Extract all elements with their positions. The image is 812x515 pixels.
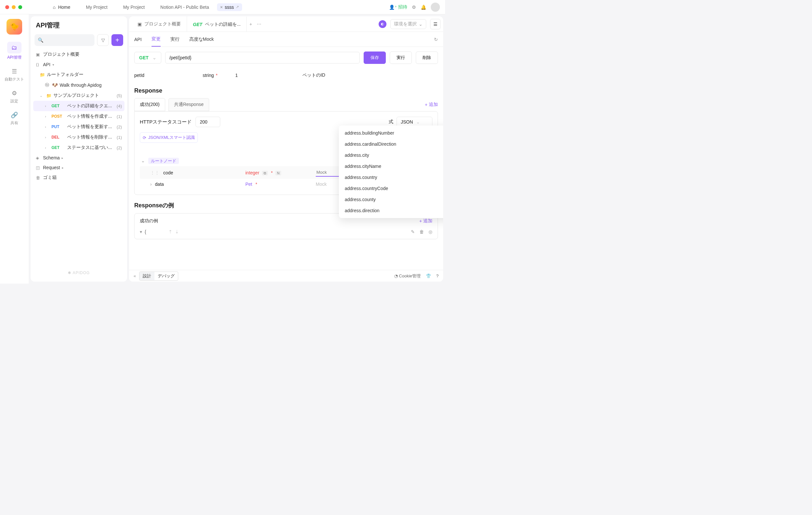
autocomplete-item[interactable]: address.countryCountry: [339, 172, 443, 183]
example-title: 成功の例: [140, 218, 158, 224]
collapse-down-icon[interactable]: ⇣: [175, 229, 179, 234]
tree-endpoint-put-pet[interactable]: › PUT ペット情報を更新す... (2): [33, 121, 124, 132]
markdown-icon: Ⓜ: [45, 82, 50, 88]
tree-root-folder[interactable]: 📁 ルートフォルダー: [33, 69, 124, 80]
tree-sample-project[interactable]: ⌄ 📁 サンプルプロジェクト (5): [33, 90, 124, 101]
close-window-button[interactable]: [5, 5, 9, 9]
filter-button[interactable]: ▽: [97, 34, 109, 46]
field-name[interactable]: code: [163, 170, 173, 175]
home-tab[interactable]: ⌂ Home: [45, 3, 78, 12]
sub-tab-change[interactable]: 変更: [151, 32, 161, 47]
chevron-down-icon[interactable]: ⌄: [141, 158, 145, 163]
collapse-panel-icon[interactable]: «: [134, 274, 136, 278]
chevron-right-icon[interactable]: ›: [45, 136, 50, 139]
env-select[interactable]: 環境を選択 ⌄: [390, 19, 426, 29]
add-label: 追加: [429, 102, 438, 108]
minimize-window-button[interactable]: [12, 5, 16, 9]
resp-tab-success[interactable]: 成功(200): [134, 98, 165, 111]
gear-icon[interactable]: ⚙: [412, 5, 416, 10]
sub-tab-mock[interactable]: 高度なMock: [189, 33, 214, 46]
chevron-right-icon[interactable]: ›: [45, 104, 50, 108]
param-name[interactable]: petId: [134, 73, 203, 78]
project-tab-2[interactable]: My Project: [115, 3, 152, 12]
project-tab-1[interactable]: My Project: [78, 3, 115, 12]
avatar[interactable]: [431, 3, 440, 12]
field-type[interactable]: Pet: [245, 181, 252, 187]
autocomplete-item[interactable]: address.cardinalDirectionCardinal Direct…: [339, 139, 443, 150]
chevron-right-icon[interactable]: ›: [45, 125, 50, 129]
search-input[interactable]: 🔍: [34, 34, 94, 46]
autocomplete-item[interactable]: address.cityCity: [339, 150, 443, 161]
smart-detect-button[interactable]: ⟳ JSON/XMLスマート認識: [140, 132, 198, 143]
more-button[interactable]: ⋯: [257, 22, 261, 27]
autocomplete-item[interactable]: address.countryCodeCountry Code: [339, 183, 443, 194]
shirt-icon[interactable]: 👕: [426, 274, 431, 278]
cookie-link[interactable]: ◔ Cookie管理: [394, 273, 420, 279]
add-button[interactable]: +: [111, 34, 123, 46]
resp-tab-common[interactable]: 共通Response: [169, 98, 209, 111]
param-type[interactable]: string*: [203, 73, 235, 78]
bell-icon[interactable]: 🔔: [420, 5, 426, 10]
rail-settings[interactable]: ⚙ 設定: [10, 89, 18, 104]
chevron-right-icon[interactable]: ›: [45, 115, 50, 118]
autocomplete-item[interactable]: address.directionDirection: [339, 205, 443, 216]
link-icon[interactable]: ⧉: [262, 171, 268, 175]
mode-debug[interactable]: デバッグ: [154, 272, 178, 280]
tree-endpoint-del-pet[interactable]: › DEL ペット情報を削除す... (1): [33, 132, 124, 142]
field-name[interactable]: data: [155, 181, 164, 187]
help-icon[interactable]: ?: [436, 274, 439, 278]
method-select[interactable]: GET ⌄: [134, 52, 161, 63]
param-sample[interactable]: 1: [235, 73, 302, 78]
pinned-tab[interactable]: × ssss ↗: [217, 3, 242, 11]
url-input[interactable]: /pet/{petId}: [165, 52, 360, 63]
save-button[interactable]: 保存: [364, 52, 386, 64]
add-response-button[interactable]: + 追加: [425, 102, 438, 108]
doc-tab-overview[interactable]: ▣ プロジェクト概要: [132, 16, 187, 32]
autocomplete-item[interactable]: address.buildingNumberBuilding Number: [339, 127, 443, 139]
chevron-right-icon[interactable]: ›: [150, 181, 152, 187]
tree-walkthrough[interactable]: Ⓜ 🐶 Walk through Apidog: [33, 80, 124, 90]
tree-endpoint-get-status[interactable]: › GET ステータスに基づい... (2): [33, 142, 124, 153]
history-icon[interactable]: ↻: [434, 37, 438, 42]
chevron-down-icon[interactable]: ▾: [140, 229, 142, 234]
rail-share[interactable]: 🔗 共有: [10, 111, 18, 126]
new-tab-button[interactable]: +: [249, 22, 252, 27]
status-code-select[interactable]: 200: [196, 117, 220, 127]
mode-toggle: 設計 デバッグ: [139, 271, 178, 281]
tree-overview[interactable]: ▣ プロジェクト概要: [33, 49, 124, 60]
env-indicator[interactable]: ◐: [379, 20, 386, 28]
drag-handle-icon[interactable]: ⋮⋮: [150, 170, 160, 175]
doc-tab-endpoint[interactable]: GET ペットの詳細を...: [187, 16, 246, 32]
rail-autotest[interactable]: ☰ 自動テスト: [5, 67, 24, 82]
rail-api-mgmt[interactable]: 🗂 API管理: [7, 42, 22, 60]
chevron-right-icon[interactable]: ›: [45, 146, 50, 150]
project-tab-3[interactable]: Notion API - Public Beta: [152, 3, 217, 12]
delete-button[interactable]: 削除: [416, 52, 438, 64]
tree-api-root[interactable]: ⟨⟩ API ▾: [33, 60, 124, 69]
tree-schema[interactable]: ◈ Schema ▸: [33, 153, 124, 163]
autotest-icon: ☰: [10, 67, 18, 75]
add-example-button[interactable]: + 追加: [419, 218, 432, 224]
tree-trash[interactable]: 🗑 ゴミ箱: [33, 172, 124, 183]
collapse-up-icon[interactable]: ⇡: [169, 229, 172, 234]
run-button[interactable]: 実行: [390, 52, 412, 64]
edit-icon[interactable]: ✎: [411, 229, 415, 234]
tree-request[interactable]: ◫ Request ▸: [33, 163, 124, 172]
tree-endpoint-get-pet[interactable]: › GET ペットの詳細をクエ... (4): [33, 101, 124, 111]
maximize-window-button[interactable]: [18, 5, 22, 9]
autocomplete-item[interactable]: address.cityNameCity Name: [339, 161, 443, 172]
nullable-badge[interactable]: N: [276, 171, 281, 175]
mode-design[interactable]: 設計: [140, 272, 154, 280]
param-desc[interactable]: ペットのID: [302, 73, 438, 78]
hamburger-button[interactable]: ☰: [430, 19, 440, 29]
invite-button[interactable]: 👤⁺ 招待: [389, 4, 407, 10]
chevron-down-icon[interactable]: ⌄: [40, 94, 44, 97]
field-type[interactable]: integer: [245, 170, 259, 175]
trash-icon[interactable]: 🗑: [419, 229, 424, 234]
preview-icon[interactable]: ◎: [429, 229, 432, 234]
sub-tab-api[interactable]: API: [134, 33, 142, 46]
tree-endpoint-post-pet[interactable]: › POST ペット情報を作成す... (1): [33, 111, 124, 121]
autocomplete-item[interactable]: address.countyCounty: [339, 194, 443, 205]
sub-tab-run[interactable]: 実行: [170, 33, 179, 46]
close-icon[interactable]: ×: [220, 5, 223, 10]
